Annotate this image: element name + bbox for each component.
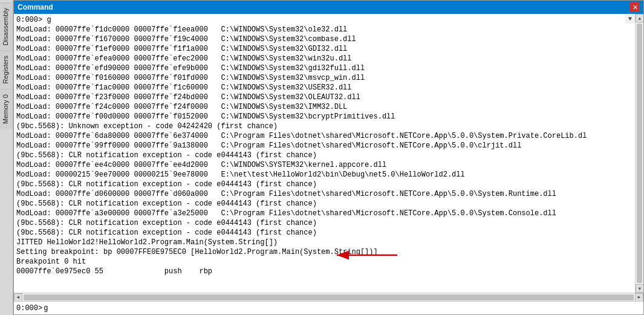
tab-registers[interactable]: Registers: [0, 50, 13, 88]
vertical-tab-bar: Disassembly Registers Memory 0: [0, 0, 13, 315]
output-line: (9bc.5568): CLR notification exception -…: [16, 199, 633, 209]
output-line: Breakpoint 0 hit: [16, 257, 633, 267]
horizontal-scrollbar[interactable]: ◄ ►: [14, 293, 643, 301]
output-line: ModLoad: 00007ffe`ee4c0000 00007ffe`ee4d…: [16, 160, 633, 170]
scroll-up-arrow[interactable]: ▲: [636, 14, 643, 22]
command-window: Command ✕ ▼ 0:000> gModLoad: 00007ffe`f1…: [13, 0, 644, 315]
command-input[interactable]: [44, 304, 641, 313]
output-line: ModLoad: 00007ffe`99ff0000 00007ffe`9a13…: [16, 141, 633, 151]
title-bar: Command ✕: [14, 1, 643, 14]
output-line: (9bc.5568): CLR notification exception -…: [16, 228, 633, 238]
output-line: ModLoad: 00007ffe`d0600000 00007ffe`d060…: [16, 189, 633, 199]
output-line: (9bc.5568): CLR notification exception -…: [16, 151, 633, 160]
output-line: Setting breakpoint: bp 00007FFE0E975EC0 …: [16, 247, 633, 257]
output-line: ModLoad: 00007ffe`f1ac0000 00007ffe`f1c6…: [16, 83, 633, 93]
output-line: (9bc.5568): CLR notification exception -…: [16, 180, 633, 189]
output-line: ModLoad: 00007ffe`efea0000 00007ffe`efec…: [16, 54, 633, 63]
scroll-left-arrow[interactable]: ◄: [14, 293, 22, 302]
output-line: ModLoad: 00007ffe`a3e00000 00007ffe`a3e2…: [16, 209, 633, 218]
tab-memory[interactable]: Memory 0: [0, 89, 13, 129]
input-bar: 0:000>: [14, 301, 643, 314]
window-title: Command: [18, 3, 629, 11]
vertical-scrollbar[interactable]: ▲ ▼: [635, 14, 643, 293]
scroll-down-arrow[interactable]: ▼: [636, 284, 643, 293]
scroll-right-arrow[interactable]: ►: [635, 293, 643, 302]
output-line: ModLoad: 00007ffe`6da80000 00007ffe`6e37…: [16, 131, 633, 141]
output-line: ModLoad: 00007ffe`f0160000 00007ffe`f01f…: [16, 73, 633, 83]
output-line: ModLoad: 00007ffe`f00d0000 00007ffe`f015…: [16, 112, 633, 122]
output-line: ModLoad: 00007ffe`f23f0000 00007ffe`f24b…: [16, 93, 633, 102]
close-button[interactable]: ✕: [630, 2, 640, 12]
output-line: ModLoad: 00007ffe`efd90000 00007ffe`efe9…: [16, 63, 633, 73]
output-line: 0:000> g: [16, 15, 633, 25]
output-line: (9bc.5568): Unknown exception - code 042…: [16, 122, 633, 131]
output-line: ModLoad: 00007ffe`f1dc0000 00007ffe`f1ee…: [16, 25, 633, 34]
output-area[interactable]: 0:000> gModLoad: 00007ffe`f1dc0000 00007…: [14, 14, 635, 293]
output-line: ModLoad: 00007ffe`f1670000 00007ffe`f19c…: [16, 34, 633, 44]
output-line: ModLoad: 00007ffe`f1ef0000 00007ffe`f1f1…: [16, 44, 633, 54]
tab-disassembly[interactable]: Disassembly: [0, 2, 13, 50]
output-line: ModLoad: 00007ffe`f24c0000 00007ffe`f24f…: [16, 102, 633, 112]
output-line: 00007ffe`0e975ec0 55 push rbp: [16, 267, 633, 276]
input-prompt: 0:000>: [16, 304, 42, 313]
output-line: JITTED HelloWorld2!HelloWorld2.Program.M…: [16, 238, 633, 247]
main-container: Disassembly Registers Memory 0 Command ✕…: [0, 0, 644, 315]
output-line: ModLoad: 00000215`9ee70000 00000215`9ee7…: [16, 170, 633, 180]
output-line: (9bc.5568): CLR notification exception -…: [16, 218, 633, 228]
collapse-arrow[interactable]: ▼: [625, 14, 635, 24]
scroll-thumb[interactable]: [637, 24, 642, 283]
